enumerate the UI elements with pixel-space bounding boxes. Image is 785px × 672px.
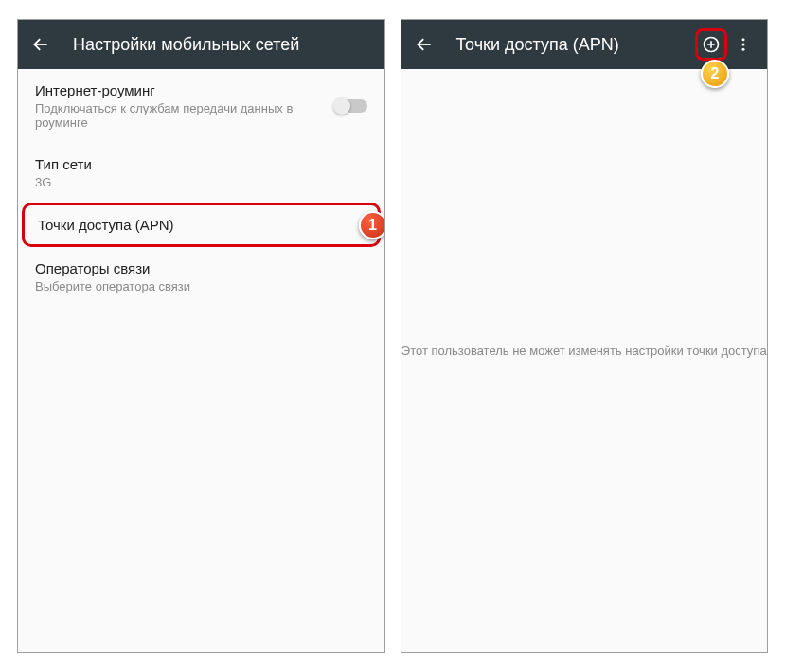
appbar-left: Настройки мобильных сетей: [18, 20, 384, 69]
toggle-knob: [333, 97, 350, 115]
network-type-label: Тип сети: [35, 156, 367, 172]
back-arrow-icon[interactable]: [31, 35, 50, 54]
roaming-toggle[interactable]: [335, 99, 367, 113]
svg-point-6: [742, 44, 745, 46]
add-apn-button[interactable]: [701, 34, 722, 55]
callout-badge-2: 2: [701, 60, 729, 88]
svg-point-5: [742, 38, 745, 41]
appbar-title-left: Настройки мобильных сетей: [73, 35, 371, 55]
roaming-sublabel: Подключаться к службам передачи данных в…: [35, 101, 335, 130]
appbar-title-right: Точки доступа (APN): [456, 35, 690, 55]
network-type-sublabel: 3G: [35, 175, 367, 189]
phone-left: Настройки мобильных сетей Интернет-роуми…: [17, 19, 385, 653]
operators-row[interactable]: Операторы связи Выберите оператора связи: [18, 247, 384, 307]
apn-label: Точки доступа (APN): [38, 217, 365, 233]
overflow-menu-icon[interactable]: [733, 34, 754, 55]
network-type-row[interactable]: Тип сети 3G: [18, 143, 384, 203]
settings-list: Интернет-роуминг Подключаться к службам …: [18, 69, 384, 652]
empty-state-message: Этот пользователь не может изменять наст…: [401, 69, 768, 358]
apn-content: Этот пользователь не может изменять наст…: [401, 69, 768, 652]
operators-sublabel: Выберите оператора связи: [35, 279, 367, 293]
svg-point-7: [742, 48, 745, 51]
phone-right: Точки доступа (APN) 2 Этот пользователь …: [401, 19, 769, 653]
roaming-label: Интернет-роуминг: [35, 82, 335, 98]
operators-label: Операторы связи: [35, 260, 367, 276]
back-arrow-icon[interactable]: [415, 35, 434, 54]
apn-row[interactable]: Точки доступа (APN) 1: [22, 203, 381, 247]
roaming-row[interactable]: Интернет-роуминг Подключаться к службам …: [18, 69, 384, 143]
callout-badge-1: 1: [359, 211, 385, 239]
